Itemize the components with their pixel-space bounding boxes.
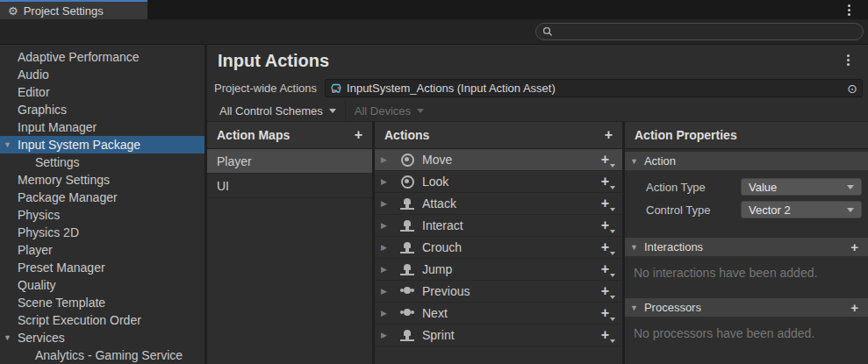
sidebar-item[interactable]: ▼ Script Execution Order (0, 311, 204, 329)
action-label: Crouch (422, 240, 601, 254)
add-binding-button[interactable]: + (601, 196, 614, 211)
expand-arrow-icon[interactable]: ▶ (381, 287, 394, 296)
action-type-icon (400, 307, 414, 319)
tab-project-settings[interactable]: ⚙ Project Settings (0, 0, 147, 19)
search-toolbar (0, 19, 868, 45)
object-picker-icon[interactable]: ⊙ (847, 82, 857, 95)
control-type-dropdown[interactable]: Vector 2 (741, 201, 862, 218)
interactions-foldout-label: Interactions (644, 240, 703, 253)
action-type-value: Value (749, 181, 777, 194)
sidebar-item-label: Package Manager (18, 190, 118, 204)
foldout-triangle-icon[interactable]: ▼ (4, 140, 11, 149)
add-interaction-button[interactable]: + (850, 240, 858, 253)
add-action-map-button[interactable]: + (355, 128, 362, 142)
action-properties-column: Action Properties ▼ Action Action Type V… (625, 122, 868, 364)
expand-arrow-icon[interactable]: ▶ (381, 221, 394, 230)
expand-arrow-icon[interactable]: ▶ (381, 155, 394, 164)
sidebar-item[interactable]: ▼ Audio (0, 66, 204, 83)
sidebar-item[interactable]: ▼ Services (0, 329, 204, 346)
expand-arrow-icon[interactable]: ▶ (381, 265, 394, 274)
add-binding-button[interactable]: + (601, 328, 614, 342)
sidebar-item[interactable]: ▼ Memory Settings (0, 171, 204, 189)
dropdown-caret-icon (610, 274, 615, 277)
sidebar-item[interactable]: ▼ Player (0, 241, 204, 259)
action-map-label: Player (217, 154, 252, 168)
search-field[interactable] (535, 23, 864, 40)
add-binding-button[interactable]: + (601, 240, 614, 254)
sidebar-item-label: Settings (35, 155, 80, 169)
interactions-empty-note: No interactions have been added. (625, 256, 868, 280)
action-map-row[interactable]: Player (207, 149, 372, 174)
dropdown-caret-icon (610, 318, 615, 321)
action-map-row[interactable]: UI (207, 174, 372, 198)
dropdown-caret-icon (610, 230, 615, 233)
add-binding-button[interactable]: + (601, 306, 614, 320)
action-label: Sprint (422, 328, 601, 342)
add-binding-button[interactable]: + (601, 284, 614, 298)
action-type-icon (400, 153, 414, 166)
panel-kebab-menu-icon[interactable] (847, 59, 850, 61)
add-binding-button[interactable]: + (601, 218, 614, 232)
sidebar-item-label: Analytics - Gaming Service (35, 348, 183, 362)
add-action-button[interactable]: + (605, 128, 613, 142)
sidebar-item-label: Player (18, 243, 53, 257)
sidebar-item-label: Input Manager (18, 120, 97, 134)
action-row[interactable]: ▶ Interact + (375, 215, 622, 237)
search-input[interactable] (557, 25, 857, 38)
settings-sidebar: ▼ Adaptive Performance ▼ Audio ▼ Editor … (0, 45, 204, 364)
foldout-triangle-icon: ▼ (630, 157, 638, 166)
sidebar-item[interactable]: ▼ Analytics - Gaming Service (0, 346, 204, 364)
sidebar-item[interactable]: ▼ Editor (0, 83, 204, 101)
expand-arrow-icon[interactable]: ▶ (381, 331, 394, 339)
sidebar-item[interactable]: ▼ Adaptive Performance (0, 48, 204, 66)
expand-arrow-icon[interactable]: ▶ (381, 177, 394, 186)
action-label: Look (422, 175, 601, 189)
sidebar-item[interactable]: ▼ Package Manager (0, 189, 204, 206)
add-processor-button[interactable]: + (850, 301, 858, 314)
chevron-down-icon (417, 109, 424, 113)
sidebar-item[interactable]: ▼ Graphics (0, 101, 204, 118)
sidebar-item[interactable]: ▼ Settings (0, 153, 204, 171)
action-row[interactable]: ▶ Crouch + (375, 237, 622, 259)
sidebar-item[interactable]: ▼ Preset Manager (0, 259, 204, 276)
devices-dropdown[interactable]: All Devices (346, 100, 433, 121)
processors-empty-note: No processors have been added. (625, 317, 868, 340)
foldout-triangle-icon: ▼ (630, 303, 638, 312)
sidebar-item-label: Graphics (18, 103, 67, 117)
sidebar-item[interactable]: ▼ Input System Package (0, 136, 204, 153)
action-row[interactable]: ▶ Attack + (375, 193, 622, 215)
sidebar-item[interactable]: ▼ Quality (0, 276, 204, 294)
sidebar-item-label: Input System Package (18, 138, 140, 152)
sidebar-item-label: Quality (18, 278, 56, 292)
foldout-triangle-icon[interactable]: ▼ (4, 333, 11, 342)
action-row[interactable]: ▶ Move + (375, 149, 622, 171)
control-schemes-dropdown[interactable]: All Control Schemes (211, 100, 346, 121)
processors-foldout-label: Processors (644, 301, 701, 314)
sidebar-item[interactable]: ▼ Input Manager (0, 118, 204, 136)
sidebar-item[interactable]: ▼ Physics 2D (0, 224, 204, 241)
gear-icon: ⚙ (8, 5, 18, 17)
action-type-dropdown[interactable]: Value (741, 178, 862, 196)
action-label: Previous (422, 284, 601, 298)
sidebar-item[interactable]: ▼ Physics (0, 206, 204, 224)
sidebar-item[interactable]: ▼ Scene Template (0, 294, 204, 311)
add-binding-button[interactable]: + (601, 153, 614, 167)
action-foldout[interactable]: ▼ Action (625, 152, 868, 170)
action-row[interactable]: ▶ Previous + (375, 281, 622, 303)
action-row[interactable]: ▶ Sprint + (375, 325, 622, 346)
action-row[interactable]: ▶ Next + (375, 303, 622, 325)
action-maps-column: Action Maps + Player UI (207, 122, 372, 364)
add-binding-button[interactable]: + (601, 175, 614, 189)
expand-arrow-icon[interactable]: ▶ (381, 199, 394, 208)
project-wide-actions-object-field[interactable]: InputSystem_Actions (Input Action Asset)… (325, 79, 863, 97)
interactions-foldout[interactable]: ▼ Interactions + (625, 238, 868, 256)
action-row[interactable]: ▶ Look + (375, 171, 622, 193)
action-maps-list: Player UI (207, 149, 372, 364)
add-binding-button[interactable]: + (601, 262, 614, 276)
processors-foldout[interactable]: ▼ Processors + (625, 298, 868, 317)
action-type-icon (400, 264, 414, 275)
window-kebab-menu-icon[interactable] (848, 9, 850, 11)
expand-arrow-icon[interactable]: ▶ (381, 243, 394, 252)
expand-arrow-icon[interactable]: ▶ (381, 309, 394, 318)
action-row[interactable]: ▶ Jump + (375, 259, 622, 281)
